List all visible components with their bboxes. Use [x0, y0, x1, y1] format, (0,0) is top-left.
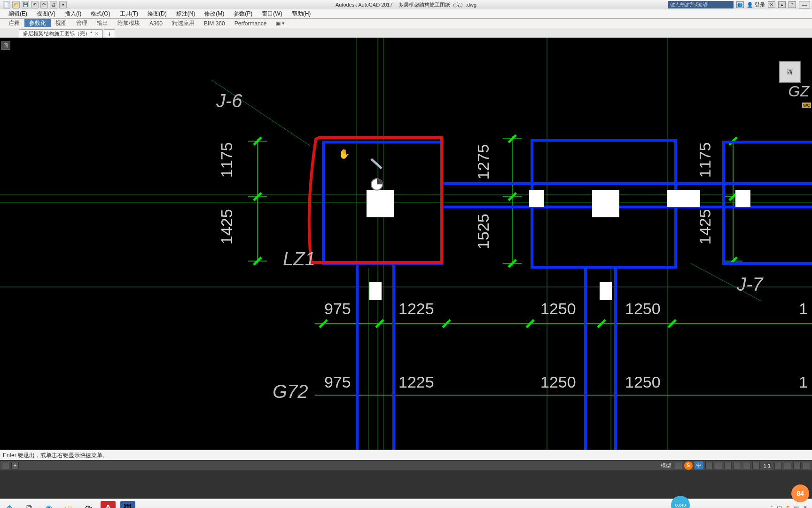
viewport-badge[interactable]: 回	[1, 41, 10, 50]
qat-new-icon[interactable]: 📄	[3, 1, 10, 8]
tab-view[interactable]: 视图	[51, 19, 71, 27]
system-tray[interactable]: ˄ 🛡 S ▣ 🖧	[770, 505, 808, 508]
svg-rect-58	[600, 282, 612, 300]
label-j7: J-7	[736, 274, 764, 294]
qat-open-icon[interactable]: 📂	[12, 1, 20, 8]
menu-tools[interactable]: 工具(T)	[115, 10, 143, 18]
menu-view[interactable]: 视图(V)	[32, 10, 60, 18]
qat-redo-icon[interactable]: ↷	[40, 1, 48, 8]
wcs-badge: WC	[802, 103, 811, 108]
menu-help[interactable]: 帮助(H)	[287, 10, 316, 18]
layout-add[interactable]: +	[11, 462, 19, 469]
tray-sogou-icon[interactable]: S	[786, 505, 790, 508]
sb-custom-icon[interactable]	[803, 462, 810, 469]
sb-snap-icon[interactable]	[705, 462, 713, 469]
file-tab-active[interactable]: 多层框架结构施工图纸（完）* ✕	[19, 29, 103, 38]
sb-annoscale-icon[interactable]	[743, 462, 750, 469]
ime-zh-icon[interactable]: 中	[695, 461, 703, 469]
file-tab-add[interactable]: +	[104, 29, 115, 38]
menu-edit[interactable]: 编辑(E)	[4, 10, 32, 18]
file-tab-label: 多层框架结构施工图纸（完）*	[23, 30, 92, 37]
start-button[interactable]: ❖	[2, 501, 17, 508]
svg-rect-56	[735, 190, 750, 207]
command-line[interactable]: Enter 键退出，或单击右键显示快捷菜单。	[0, 450, 812, 460]
file-tab-close-icon[interactable]: ✕	[95, 32, 99, 36]
label-gz: GZ	[789, 83, 809, 100]
ime-sogou-icon[interactable]: S	[684, 461, 693, 470]
label-gz2: G72	[273, 381, 308, 402]
qat-save-icon[interactable]: 💾	[22, 1, 29, 8]
tab-performance[interactable]: Performance	[230, 20, 272, 27]
tab-a360[interactable]: A360	[145, 20, 167, 27]
sb-clean-icon[interactable]	[784, 462, 791, 469]
drawing-viewport[interactable]: 回	[0, 38, 812, 450]
dim-r2-3: 1250	[540, 373, 576, 391]
dim-r2-4: 1250	[625, 373, 661, 391]
sb-scale-label[interactable]: 1:1	[762, 463, 773, 468]
tray-shield-icon[interactable]: 🛡	[777, 505, 782, 508]
tab-manage[interactable]: 管理	[71, 19, 92, 27]
unused-space	[0, 470, 812, 499]
help-icon[interactable]: ?	[789, 1, 796, 8]
tab-bim360[interactable]: BIM 360	[199, 20, 230, 27]
tab-featured[interactable]: 精选应用	[167, 19, 199, 27]
autocad-icon[interactable]: A	[101, 501, 116, 508]
screenshot-icon[interactable]: 🖼	[120, 501, 135, 508]
tab-addins[interactable]: 附加模块	[113, 19, 145, 27]
explorer-icon[interactable]: 🗂	[61, 501, 76, 508]
sb-ortho-icon[interactable]	[715, 462, 722, 469]
svg-rect-55	[667, 190, 700, 207]
svg-rect-54	[592, 190, 619, 217]
qat-print-icon[interactable]: 🖨	[50, 1, 57, 8]
viewcube-face-west[interactable]: 西	[779, 61, 801, 83]
dim-r2-2: 1225	[398, 373, 434, 391]
menu-format[interactable]: 格式(O)	[86, 10, 115, 18]
ribbon-toggle-icon[interactable]: ▣ ▾	[276, 20, 285, 26]
login-button[interactable]: 👤 登录	[747, 1, 765, 8]
quick-access-toolbar: 📄 📂 💾 ↶ ↷ 🖨 ▾	[0, 1, 70, 8]
svg-rect-53	[529, 190, 544, 207]
dim-r1-3: 1250	[540, 300, 576, 318]
label-j6: J-6	[216, 90, 242, 111]
edge-icon[interactable]: ◉	[41, 501, 56, 508]
taskview-icon[interactable]: ⧉	[22, 501, 37, 508]
dim-v-right-2: 1425	[696, 209, 714, 245]
menu-param[interactable]: 参数(P)	[229, 10, 257, 18]
tab-annotate[interactable]: 注释	[4, 19, 24, 27]
model-tab[interactable]	[2, 462, 9, 469]
svg-line-12	[211, 80, 310, 146]
qat-dropdown-icon[interactable]: ▾	[59, 1, 67, 8]
sb-workspace-icon[interactable]	[752, 462, 760, 469]
dim-r1-extra: 1	[799, 300, 808, 318]
minimize-button[interactable]: —	[799, 1, 810, 8]
app-icon[interactable]: ▲	[778, 1, 786, 8]
menu-draw[interactable]: 绘图(D)	[143, 10, 172, 18]
cad-drawing: J-6 LZ1 J-7 G72 1175 1425 1275 1525 1175…	[0, 38, 812, 450]
ribbon-tabs: 注释 参数化 视图 管理 输出 附加模块 A360 精选应用 BIM 360 P…	[0, 19, 812, 28]
sb-grid-icon[interactable]	[675, 462, 682, 469]
menu-modify[interactable]: 修改(M)	[200, 10, 229, 18]
menu-dim[interactable]: 标注(N)	[172, 10, 200, 18]
tray-chevron-icon[interactable]: ˄	[770, 505, 773, 508]
exchange-icon[interactable]: ✕	[768, 1, 775, 8]
dim-r2-1: 975	[324, 373, 351, 391]
menu-insert[interactable]: 插入(I)	[60, 10, 86, 18]
tab-parametric[interactable]: 参数化	[24, 19, 51, 27]
infocenter-icon[interactable]: 👥	[736, 1, 744, 8]
tab-output[interactable]: 输出	[92, 19, 113, 27]
menu-window[interactable]: 窗口(W)	[257, 10, 287, 18]
search-input[interactable]: 键入关键字或短语	[668, 1, 734, 8]
sb-osnap-icon[interactable]	[734, 462, 741, 469]
tray-net-icon[interactable]: 🖧	[803, 505, 808, 508]
chrome-icon[interactable]: ⟳	[81, 501, 96, 508]
dim-r1-4: 1250	[625, 300, 661, 318]
menubar: 编辑(E) 视图(V) 插入(I) 格式(O) 工具(T) 绘图(D) 标注(N…	[0, 9, 812, 19]
dim-r2-extra: 1	[799, 373, 808, 391]
qat-undo-icon[interactable]: ↶	[31, 1, 39, 8]
tray-app-icon[interactable]: ▣	[794, 505, 799, 508]
sb-isolate-icon[interactable]	[793, 462, 801, 469]
sb-polar-icon[interactable]	[724, 462, 732, 469]
sb-gear-icon[interactable]	[774, 462, 782, 469]
sb-model-label[interactable]: 模型	[659, 462, 673, 469]
svg-rect-52	[367, 190, 394, 217]
